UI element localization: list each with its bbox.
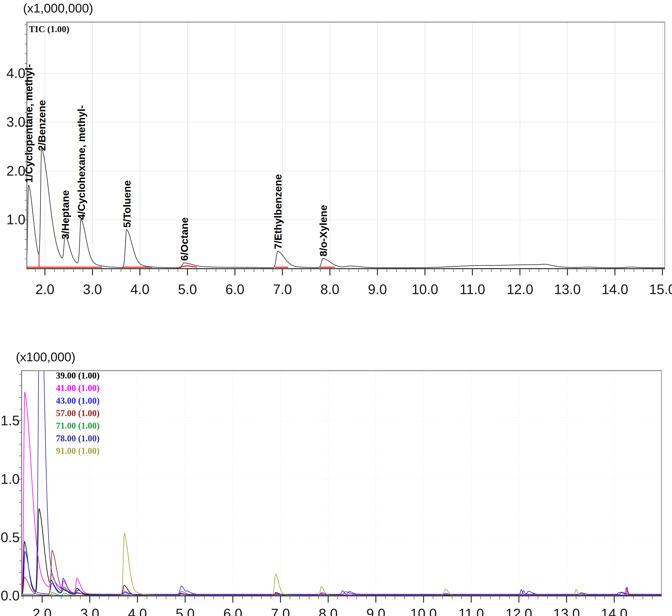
x-tick-label: 4.0	[128, 606, 147, 616]
y-tick-label: 3.0	[6, 114, 25, 130]
y-tick-label: 1.0	[1, 471, 20, 487]
tic-gridlines	[27, 22, 665, 269]
legend-item-39.00: 39.00 (1.00)	[56, 371, 100, 381]
x-tick-label: 12.0	[507, 282, 533, 297]
peak-label: 8/o-Xylene	[317, 205, 329, 256]
y-tick-label: 4.0	[6, 65, 25, 81]
tic-borders	[26, 22, 665, 269]
x-tick-label: 11.0	[459, 606, 484, 616]
x-tick-label: 2.0	[36, 282, 54, 297]
legend-item-71.00: 71.00 (1.00)	[56, 421, 100, 431]
x-tick-label: 10.0	[410, 606, 437, 616]
peak-label: 2/Benzene	[36, 100, 47, 151]
x-tick-label: 3.0	[80, 606, 99, 616]
x-tick-label: 5.0	[178, 282, 197, 297]
x-tick-label: 12.0	[506, 606, 532, 616]
x-tick-label: 9.0	[368, 282, 387, 297]
x-tick-label: 6.0	[223, 606, 242, 616]
x-tick-label: 14.0	[602, 282, 628, 297]
x-tick-label: 8.0	[320, 282, 340, 297]
x-tick-label: 5.0	[176, 606, 195, 616]
x-tick-label: 9.0	[366, 606, 385, 616]
x-tick-label: 15.0	[649, 282, 672, 297]
legend-item-57.00: 57.00 (1.00)	[56, 408, 100, 418]
x-tick-label: 14.0	[601, 606, 628, 616]
eic-trace-41.00	[22, 392, 661, 595]
x-tick-label: 13.0	[553, 606, 580, 616]
x-tick-label: 2.0	[33, 606, 52, 616]
y-tick-label: 0.0	[1, 588, 20, 603]
x-tick-label: 11.0	[460, 282, 485, 297]
y-tick-label: 0.5	[1, 530, 20, 545]
peak-label: 1/Cyclopentane, methyl-	[23, 64, 35, 183]
tic-chart: 2.03.04.05.06.07.08.09.010.011.012.013.0…	[6, 22, 672, 297]
x-tick-label: 4.0	[130, 282, 149, 297]
tic-trace-label: TIC (1.00)	[29, 24, 69, 34]
tic-axis-ticks: 2.03.04.05.06.07.08.09.010.011.012.013.0…	[6, 24, 672, 297]
legend-item-43.00: 43.00 (1.00)	[56, 396, 100, 406]
eic-trace-91.00	[22, 533, 661, 596]
x-tick-label: 7.0	[271, 606, 290, 616]
eic-gridlines	[22, 371, 661, 596]
x-tick-label: 3.0	[83, 282, 102, 297]
peak-label: 4/Cyclohexane, methyl-	[76, 105, 87, 220]
eic-borders	[21, 371, 662, 596]
y-tick-label: 1.0	[6, 212, 25, 227]
x-tick-label: 13.0	[554, 282, 581, 297]
y-tick-label: 1.5	[1, 413, 20, 428]
x-tick-label: 6.0	[225, 282, 244, 297]
legend-item-91.00: 91.00 (1.00)	[56, 446, 100, 456]
x-tick-label: 10.0	[412, 282, 438, 297]
y-tick-label: 2.0	[6, 163, 25, 178]
legend-item-41.00: 41.00 (1.00)	[56, 383, 100, 393]
legend-item-78.00: 78.00 (1.00)	[56, 433, 100, 444]
eic-trace-43.00	[22, 551, 661, 594]
chromatogram-plots: 2.03.04.05.06.07.08.09.010.011.012.013.0…	[0, 0, 672, 616]
x-tick-label: 8.0	[319, 606, 338, 616]
peak-label: 6/Octane	[178, 217, 190, 261]
peak-label: 5/Toluene	[121, 180, 133, 228]
eic-trace-57.00	[22, 550, 661, 595]
peak-label: 3/Heptane	[59, 190, 71, 240]
eic-trace-39.00	[22, 509, 661, 595]
x-tick-label: 7.0	[273, 282, 292, 297]
peak-label: 7/Ethylbenzene	[272, 174, 284, 249]
integration-baseline	[187, 266, 197, 267]
